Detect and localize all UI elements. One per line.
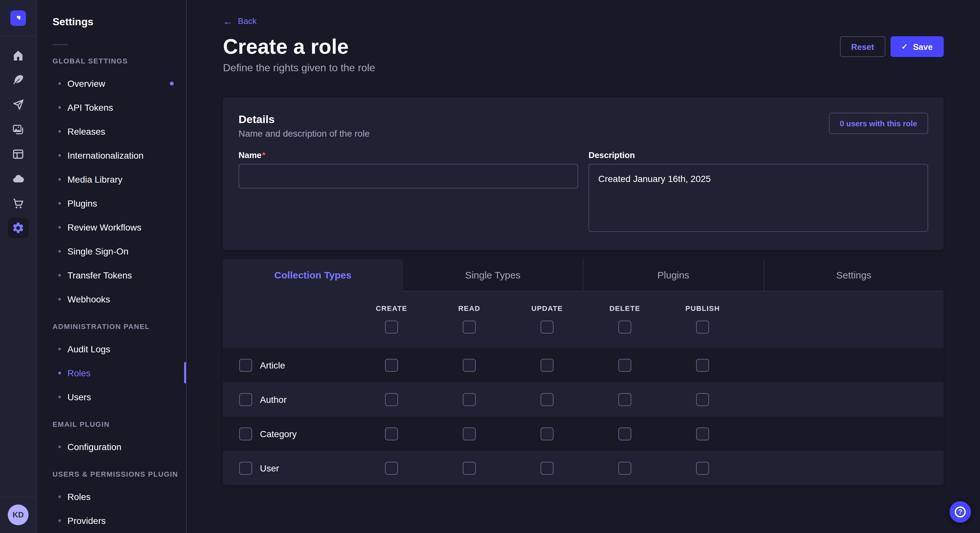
select-all-publish-checkbox[interactable] xyxy=(696,320,709,333)
settings-subnav: Settings GLOBAL SETTINGSOverviewAPI Toke… xyxy=(37,0,187,533)
sidebar-item-internationalization[interactable]: Internationalization xyxy=(37,143,186,167)
tab-collection-types[interactable]: Collection Types xyxy=(223,259,403,292)
images-glyph xyxy=(12,123,25,136)
user-delete-checkbox[interactable] xyxy=(618,462,631,474)
strapi-logo-glyph xyxy=(13,13,23,23)
sidebar-item-media-library[interactable]: Media Library xyxy=(37,167,186,191)
feather-icon[interactable] xyxy=(8,70,29,90)
description-textarea[interactable]: Created January 16th, 2025 xyxy=(589,164,928,232)
name-label: Name* xyxy=(239,150,578,160)
layout-icon[interactable] xyxy=(8,144,29,165)
category-delete-checkbox[interactable] xyxy=(618,427,631,440)
page-title: Create a role xyxy=(223,34,349,60)
sidebar-item-review-workflows[interactable]: Review Workflows xyxy=(37,215,186,239)
tab-settings[interactable]: Settings xyxy=(763,259,944,292)
sidebar-item-plugins[interactable]: Plugins xyxy=(37,191,186,215)
select-all-cell xyxy=(586,320,664,333)
category-read-checkbox[interactable] xyxy=(463,427,476,440)
sidebar-item-label: Transfer Tokens xyxy=(67,270,132,280)
sidebar-item-label: Releases xyxy=(67,126,105,136)
select-all-read-checkbox[interactable] xyxy=(463,320,476,333)
save-button[interactable]: ✓ Save xyxy=(890,36,944,57)
permission-row-article: Article xyxy=(223,348,944,382)
sidebar-item-releases[interactable]: Releases xyxy=(37,119,186,143)
category-update-checkbox[interactable] xyxy=(541,427,554,440)
permission-cell xyxy=(353,393,430,406)
tab-plugins[interactable]: Plugins xyxy=(583,259,763,292)
sidebar-item-providers[interactable]: Providers xyxy=(37,508,186,532)
article-read-checkbox[interactable] xyxy=(463,359,476,371)
avatar[interactable]: KD xyxy=(8,504,29,525)
column-header-label: PUBLISH xyxy=(686,305,720,312)
column-header-delete: DELETE xyxy=(586,305,664,312)
user-read-checkbox[interactable] xyxy=(463,462,476,474)
select-all-cell xyxy=(353,320,430,333)
user-create-checkbox[interactable] xyxy=(385,462,398,474)
user-publish-checkbox[interactable] xyxy=(696,462,709,474)
subnav-title: Settings xyxy=(37,16,186,29)
sidebar-item-api-tokens[interactable]: API Tokens xyxy=(37,95,186,119)
author-delete-checkbox[interactable] xyxy=(618,393,631,406)
name-input[interactable] xyxy=(239,164,578,189)
images-icon[interactable] xyxy=(8,119,29,140)
cloud-icon[interactable] xyxy=(8,168,29,189)
paper-plane-icon[interactable] xyxy=(8,95,29,115)
users-with-role-button[interactable]: 0 users with this role xyxy=(829,113,928,134)
sidebar-item-label: Single Sign-On xyxy=(67,246,128,256)
article-create-checkbox[interactable] xyxy=(385,359,398,371)
select-all-update-checkbox[interactable] xyxy=(541,320,554,333)
sidebar-item-transfer-tokens[interactable]: Transfer Tokens xyxy=(37,263,186,287)
sidebar-item-roles[interactable]: Roles xyxy=(37,484,186,508)
gear-icon[interactable] xyxy=(8,217,29,238)
article-row-checkbox[interactable] xyxy=(239,359,252,371)
column-header-read: READ xyxy=(430,305,508,312)
permission-cell xyxy=(508,359,586,371)
sidebar-item-label: Review Workflows xyxy=(67,222,141,232)
sidebar-item-label: Media Library xyxy=(67,174,123,184)
select-all-delete-checkbox[interactable] xyxy=(618,320,631,333)
strapi-logo-icon[interactable] xyxy=(10,10,26,25)
author-row-checkbox[interactable] xyxy=(239,393,252,406)
article-publish-checkbox[interactable] xyxy=(696,359,709,371)
author-read-checkbox[interactable] xyxy=(463,393,476,406)
details-title: Details xyxy=(239,113,370,127)
bullet-icon xyxy=(58,495,61,498)
author-create-checkbox[interactable] xyxy=(385,393,398,406)
permission-cell xyxy=(586,427,664,440)
sidebar-item-overview[interactable]: Overview xyxy=(37,71,186,95)
select-all-create-checkbox[interactable] xyxy=(385,320,398,333)
sidebar-item-webhooks[interactable]: Webhooks xyxy=(37,287,186,311)
row-label: Author xyxy=(260,394,287,405)
sidebar-item-users[interactable]: Users xyxy=(37,385,186,409)
cart-icon[interactable] xyxy=(8,193,29,214)
permission-cell xyxy=(664,393,741,406)
help-button[interactable]: ? xyxy=(950,501,971,523)
user-update-checkbox[interactable] xyxy=(541,462,554,474)
notification-dot xyxy=(170,81,174,85)
sidebar-item-label: Internationalization xyxy=(67,150,143,160)
home-icon[interactable] xyxy=(8,45,29,66)
subnav-sections: GLOBAL SETTINGSOverviewAPI TokensRelease… xyxy=(37,56,186,532)
back-link[interactable]: ← Back xyxy=(223,16,257,26)
bullet-icon xyxy=(58,250,61,252)
author-publish-checkbox[interactable] xyxy=(696,393,709,406)
reset-button[interactable]: Reset xyxy=(840,36,885,57)
details-fields: Name* Description Created January 16th, … xyxy=(239,150,928,235)
category-publish-checkbox[interactable] xyxy=(696,427,709,440)
column-header-label: READ xyxy=(458,305,480,312)
sidebar-item-configuration[interactable]: Configuration xyxy=(37,435,186,458)
author-update-checkbox[interactable] xyxy=(541,393,554,406)
tab-single-types[interactable]: Single Types xyxy=(403,259,583,292)
permission-cell xyxy=(586,393,664,406)
category-row-checkbox[interactable] xyxy=(239,427,252,440)
permission-cell xyxy=(430,359,508,371)
sidebar-item-single-sign-on[interactable]: Single Sign-On xyxy=(37,239,186,263)
description-field: Description Created January 16th, 2025 xyxy=(589,150,928,235)
category-create-checkbox[interactable] xyxy=(385,427,398,440)
sidebar-item-roles[interactable]: Roles xyxy=(37,361,186,385)
article-update-checkbox[interactable] xyxy=(541,359,554,371)
user-row-checkbox[interactable] xyxy=(239,462,252,474)
sidebar-item-audit-logs[interactable]: Audit Logs xyxy=(37,337,186,361)
column-header-update: UPDATE xyxy=(508,305,586,312)
article-delete-checkbox[interactable] xyxy=(618,359,631,371)
